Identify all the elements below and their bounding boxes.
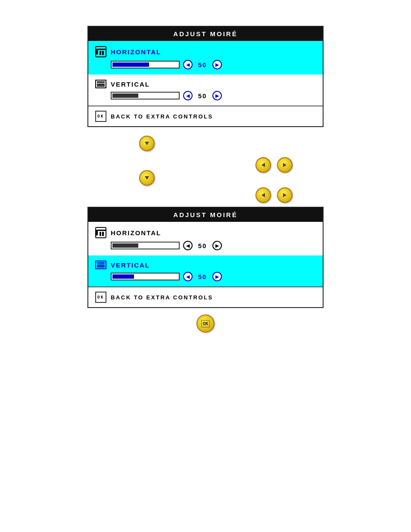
ok-circle-label: OK bbox=[201, 320, 209, 327]
back-row-2[interactable]: OK BACK TO EXTRA CONTROLS bbox=[88, 286, 323, 307]
vertical-row-2: VERTICAL ◀ 50 ▶ bbox=[88, 255, 323, 286]
svg-marker-1 bbox=[262, 163, 265, 167]
horizontal-slider-1: ◀ 50 ▶ bbox=[95, 57, 316, 73]
svg-marker-4 bbox=[262, 193, 265, 197]
back-label-1: BACK TO EXTRA CONTROLS bbox=[111, 113, 213, 120]
horizontal-label-2: HORIZONTAL bbox=[111, 229, 161, 236]
h-value-1: 50 bbox=[196, 61, 209, 68]
left-btn-1[interactable] bbox=[255, 157, 271, 173]
panel-2-title: ADJUST MOIRÉ bbox=[88, 208, 323, 222]
v-value-1: 50 bbox=[196, 92, 209, 100]
v-left-btn-2[interactable]: ◀ bbox=[183, 272, 193, 281]
horizontal-label-1: HORIZONTAL bbox=[111, 48, 161, 56]
panel-1-title: ADJUST MOIRÉ bbox=[88, 27, 323, 41]
horizontal-row-2: HORIZONTAL ◀ 50 ▶ bbox=[88, 222, 323, 255]
v-track-1 bbox=[111, 92, 180, 100]
svg-marker-3 bbox=[145, 176, 149, 180]
bottom-ok-area: OK bbox=[87, 308, 324, 342]
vertical-label-1: VERTICAL bbox=[111, 81, 150, 88]
v-right-btn-1[interactable]: ▶ bbox=[212, 91, 222, 100]
vertical-icon-2 bbox=[95, 261, 106, 269]
vertical-label-2: VERTICAL bbox=[111, 261, 150, 269]
horizontal-slider-2: ◀ 50 ▶ bbox=[95, 238, 316, 254]
panel-1: ADJUST MOIRÉ HORIZONTAL bbox=[87, 26, 324, 127]
svg-marker-5 bbox=[283, 193, 286, 197]
horizontal-row-1: HORIZONTAL ◀ 50 ▶ bbox=[88, 41, 323, 75]
v-fill-1 bbox=[112, 93, 138, 98]
h-left-btn-2[interactable]: ◀ bbox=[183, 241, 193, 250]
ok-icon-1: OK bbox=[95, 111, 106, 122]
h-fill-1 bbox=[112, 62, 149, 67]
back-label-2: BACK TO EXTRA CONTROLS bbox=[111, 294, 213, 301]
h-track-2 bbox=[111, 242, 180, 249]
svg-marker-0 bbox=[145, 142, 149, 145]
v-value-2: 50 bbox=[196, 273, 209, 280]
v-left-btn-1[interactable]: ◀ bbox=[183, 91, 193, 100]
panel-2: ADJUST MOIRÉ HORIZONTAL bbox=[87, 207, 324, 308]
h-right-btn-1[interactable]: ▶ bbox=[212, 60, 222, 69]
left-btn-2[interactable] bbox=[255, 187, 271, 203]
horizontal-icon-2 bbox=[95, 227, 106, 238]
v-track-2 bbox=[111, 273, 180, 280]
h-fill-2 bbox=[112, 243, 138, 248]
svg-marker-2 bbox=[283, 163, 286, 167]
v-fill-2 bbox=[112, 274, 134, 279]
vertical-slider-1: ◀ 50 ▶ bbox=[95, 88, 316, 104]
h-right-btn-2[interactable]: ▶ bbox=[212, 241, 222, 250]
down-btn-1[interactable] bbox=[139, 136, 155, 151]
h-track-1 bbox=[111, 61, 180, 68]
right-btn-1[interactable] bbox=[277, 157, 293, 173]
v-right-btn-2[interactable]: ▶ bbox=[212, 272, 222, 281]
nav-area-1 bbox=[87, 127, 324, 202]
down-btn-2[interactable] bbox=[139, 170, 155, 186]
back-row-1[interactable]: OK BACK TO EXTRA CONTROLS bbox=[88, 106, 323, 126]
vertical-icon-1 bbox=[95, 80, 106, 88]
h-value-2: 50 bbox=[196, 242, 209, 249]
ok-icon-2: OK bbox=[95, 292, 106, 303]
vertical-row-1: VERTICAL ◀ 50 ▶ bbox=[88, 75, 323, 106]
h-left-btn-1[interactable]: ◀ bbox=[183, 60, 193, 69]
horizontal-icon-1 bbox=[95, 46, 106, 57]
ok-circle-btn[interactable]: OK bbox=[196, 314, 215, 333]
right-btn-2[interactable] bbox=[277, 187, 293, 203]
vertical-slider-2: ◀ 50 ▶ bbox=[95, 269, 316, 285]
